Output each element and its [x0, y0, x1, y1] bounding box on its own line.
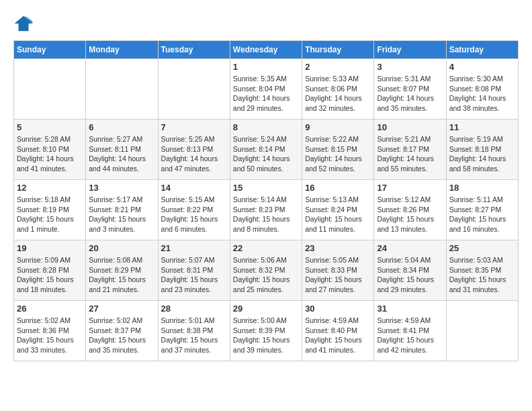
calendar-cell: 27Sunrise: 5:02 AM Sunset: 8:37 PM Dayli… — [86, 301, 158, 361]
calendar-cell: 10Sunrise: 5:21 AM Sunset: 8:17 PM Dayli… — [374, 120, 446, 180]
calendar-cell: 21Sunrise: 5:07 AM Sunset: 8:31 PM Dayli… — [158, 240, 230, 301]
calendar-cell: 12Sunrise: 5:18 AM Sunset: 8:19 PM Dayli… — [14, 180, 86, 240]
day-info: Sunrise: 5:19 AM Sunset: 8:18 PM Dayligh… — [449, 134, 515, 174]
calendar-cell: 30Sunrise: 4:59 AM Sunset: 8:40 PM Dayli… — [302, 301, 374, 361]
calendar-week-row: 12Sunrise: 5:18 AM Sunset: 8:19 PM Dayli… — [14, 180, 519, 240]
day-number: 29 — [233, 304, 299, 314]
day-number: 10 — [377, 122, 443, 132]
day-info: Sunrise: 5:33 AM Sunset: 8:06 PM Dayligh… — [305, 74, 371, 113]
calendar-cell: 29Sunrise: 5:00 AM Sunset: 8:39 PM Dayli… — [230, 301, 302, 361]
day-info: Sunrise: 5:22 AM Sunset: 8:15 PM Dayligh… — [305, 134, 371, 174]
calendar-week-row: 19Sunrise: 5:09 AM Sunset: 8:28 PM Dayli… — [14, 240, 519, 301]
day-number: 28 — [161, 304, 227, 314]
day-info: Sunrise: 5:02 AM Sunset: 8:36 PM Dayligh… — [17, 316, 83, 355]
day-number: 6 — [89, 122, 154, 132]
day-number: 27 — [89, 304, 154, 314]
day-info: Sunrise: 5:18 AM Sunset: 8:19 PM Dayligh… — [17, 195, 83, 234]
day-info: Sunrise: 5:15 AM Sunset: 8:22 PM Dayligh… — [161, 195, 227, 234]
day-info: Sunrise: 5:21 AM Sunset: 8:17 PM Dayligh… — [377, 134, 443, 174]
day-number: 16 — [305, 183, 371, 193]
day-info: Sunrise: 4:59 AM Sunset: 8:40 PM Dayligh… — [305, 316, 371, 355]
logo — [13, 13, 36, 34]
calendar-cell — [446, 301, 518, 361]
logo-icon — [13, 13, 34, 34]
day-info: Sunrise: 5:28 AM Sunset: 8:10 PM Dayligh… — [17, 134, 83, 174]
day-number: 31 — [377, 304, 443, 314]
day-info: Sunrise: 4:59 AM Sunset: 8:41 PM Dayligh… — [377, 316, 443, 355]
day-number: 11 — [449, 122, 515, 132]
calendar-cell — [158, 59, 230, 120]
day-number: 2 — [305, 62, 371, 72]
calendar-week-row: 1Sunrise: 5:35 AM Sunset: 8:04 PM Daylig… — [14, 59, 519, 120]
day-number: 15 — [233, 183, 299, 193]
day-info: Sunrise: 5:17 AM Sunset: 8:21 PM Dayligh… — [89, 195, 154, 234]
day-number: 23 — [305, 243, 371, 253]
day-number: 3 — [377, 62, 443, 72]
day-info: Sunrise: 5:03 AM Sunset: 8:35 PM Dayligh… — [449, 255, 515, 295]
day-number: 1 — [233, 62, 299, 72]
calendar-cell: 15Sunrise: 5:14 AM Sunset: 8:23 PM Dayli… — [230, 180, 302, 240]
calendar-cell: 11Sunrise: 5:19 AM Sunset: 8:18 PM Dayli… — [446, 120, 518, 180]
day-info: Sunrise: 5:01 AM Sunset: 8:38 PM Dayligh… — [161, 316, 227, 355]
day-info: Sunrise: 5:05 AM Sunset: 8:33 PM Dayligh… — [305, 255, 371, 295]
day-info: Sunrise: 5:08 AM Sunset: 8:29 PM Dayligh… — [89, 255, 154, 295]
calendar-cell: 23Sunrise: 5:05 AM Sunset: 8:33 PM Dayli… — [302, 240, 374, 301]
calendar-cell: 28Sunrise: 5:01 AM Sunset: 8:38 PM Dayli… — [158, 301, 230, 361]
weekday-header-tuesday: Tuesday — [158, 41, 230, 59]
day-info: Sunrise: 5:06 AM Sunset: 8:32 PM Dayligh… — [233, 255, 299, 295]
day-info: Sunrise: 5:30 AM Sunset: 8:08 PM Dayligh… — [449, 74, 515, 113]
calendar-cell — [14, 59, 86, 120]
calendar-cell: 8Sunrise: 5:24 AM Sunset: 8:14 PM Daylig… — [230, 120, 302, 180]
day-number: 7 — [161, 122, 227, 132]
day-info: Sunrise: 5:13 AM Sunset: 8:24 PM Dayligh… — [305, 195, 371, 234]
calendar-cell: 9Sunrise: 5:22 AM Sunset: 8:15 PM Daylig… — [302, 120, 374, 180]
day-number: 26 — [17, 304, 83, 314]
day-info: Sunrise: 5:35 AM Sunset: 8:04 PM Dayligh… — [233, 74, 299, 113]
calendar-cell: 20Sunrise: 5:08 AM Sunset: 8:29 PM Dayli… — [86, 240, 158, 301]
calendar-cell: 3Sunrise: 5:31 AM Sunset: 8:07 PM Daylig… — [374, 59, 446, 120]
day-info: Sunrise: 5:12 AM Sunset: 8:26 PM Dayligh… — [377, 195, 443, 234]
calendar-cell: 19Sunrise: 5:09 AM Sunset: 8:28 PM Dayli… — [14, 240, 86, 301]
calendar-cell: 25Sunrise: 5:03 AM Sunset: 8:35 PM Dayli… — [446, 240, 518, 301]
calendar-cell: 13Sunrise: 5:17 AM Sunset: 8:21 PM Dayli… — [86, 180, 158, 240]
calendar-cell: 1Sunrise: 5:35 AM Sunset: 8:04 PM Daylig… — [230, 59, 302, 120]
weekday-header-sunday: Sunday — [14, 41, 86, 59]
calendar-cell: 2Sunrise: 5:33 AM Sunset: 8:06 PM Daylig… — [302, 59, 374, 120]
calendar-cell: 5Sunrise: 5:28 AM Sunset: 8:10 PM Daylig… — [14, 120, 86, 180]
calendar-cell: 22Sunrise: 5:06 AM Sunset: 8:32 PM Dayli… — [230, 240, 302, 301]
day-info: Sunrise: 5:04 AM Sunset: 8:34 PM Dayligh… — [377, 255, 443, 295]
calendar-cell: 6Sunrise: 5:27 AM Sunset: 8:11 PM Daylig… — [86, 120, 158, 180]
day-info: Sunrise: 5:09 AM Sunset: 8:28 PM Dayligh… — [17, 255, 83, 295]
svg-marker-0 — [15, 16, 33, 32]
day-info: Sunrise: 5:02 AM Sunset: 8:37 PM Dayligh… — [89, 316, 154, 355]
day-number: 25 — [449, 243, 515, 253]
calendar-table: SundayMondayTuesdayWednesdayThursdayFrid… — [13, 40, 519, 361]
calendar-cell — [86, 59, 158, 120]
calendar-cell: 26Sunrise: 5:02 AM Sunset: 8:36 PM Dayli… — [14, 301, 86, 361]
day-info: Sunrise: 5:07 AM Sunset: 8:31 PM Dayligh… — [161, 255, 227, 295]
weekday-header-wednesday: Wednesday — [230, 41, 302, 59]
calendar-cell: 14Sunrise: 5:15 AM Sunset: 8:22 PM Dayli… — [158, 180, 230, 240]
calendar-cell: 18Sunrise: 5:11 AM Sunset: 8:27 PM Dayli… — [446, 180, 518, 240]
day-info: Sunrise: 5:27 AM Sunset: 8:11 PM Dayligh… — [89, 134, 154, 174]
calendar-header-row: SundayMondayTuesdayWednesdayThursdayFrid… — [14, 41, 519, 59]
calendar-week-row: 26Sunrise: 5:02 AM Sunset: 8:36 PM Dayli… — [14, 301, 519, 361]
day-info: Sunrise: 5:31 AM Sunset: 8:07 PM Dayligh… — [377, 74, 443, 113]
day-info: Sunrise: 5:00 AM Sunset: 8:39 PM Dayligh… — [233, 316, 299, 355]
day-info: Sunrise: 5:11 AM Sunset: 8:27 PM Dayligh… — [449, 195, 515, 234]
page-header — [13, 13, 519, 34]
calendar-cell: 31Sunrise: 4:59 AM Sunset: 8:41 PM Dayli… — [374, 301, 446, 361]
day-number: 14 — [161, 183, 227, 193]
day-number: 12 — [17, 183, 83, 193]
weekday-header-monday: Monday — [86, 41, 158, 59]
day-number: 13 — [89, 183, 154, 193]
day-info: Sunrise: 5:24 AM Sunset: 8:14 PM Dayligh… — [233, 134, 299, 174]
day-number: 17 — [377, 183, 443, 193]
day-number: 30 — [305, 304, 371, 314]
weekday-header-saturday: Saturday — [446, 41, 518, 59]
weekday-header-thursday: Thursday — [302, 41, 374, 59]
day-number: 20 — [89, 243, 154, 253]
calendar-cell: 24Sunrise: 5:04 AM Sunset: 8:34 PM Dayli… — [374, 240, 446, 301]
day-info: Sunrise: 5:25 AM Sunset: 8:13 PM Dayligh… — [161, 134, 227, 174]
day-number: 22 — [233, 243, 299, 253]
